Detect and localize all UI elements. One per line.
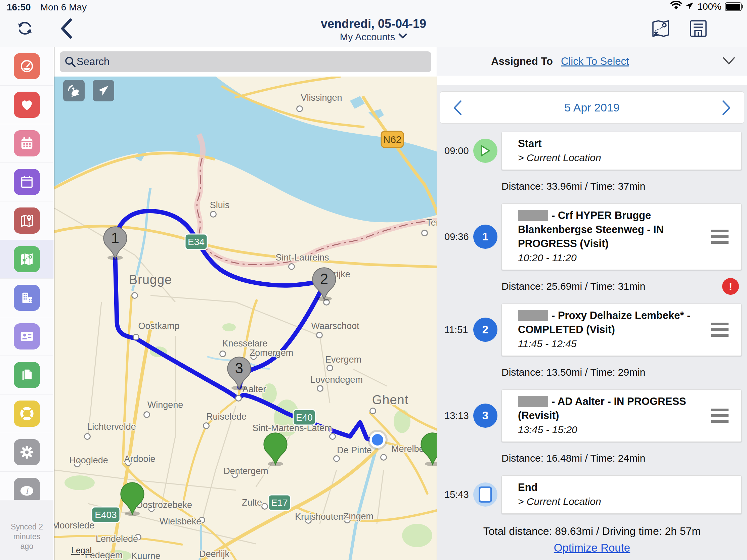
leg-distance-label: Distance: 16.48mi / Time: 24min xyxy=(501,453,646,464)
assigned-to-bar: Assigned To Click To Select xyxy=(437,47,747,76)
map-label: Kuurne xyxy=(131,551,160,560)
clock: 16:50 xyxy=(7,2,31,12)
collapse-chevron-icon[interactable] xyxy=(722,56,736,67)
timeline-stop-row: 15:43 End > Current Location xyxy=(437,475,747,514)
start-play-icon[interactable] xyxy=(473,139,497,163)
sidebar-item-routes[interactable] xyxy=(0,240,54,279)
map-label: De Pinte xyxy=(337,445,372,455)
sidebar-item-settings[interactable] xyxy=(0,433,54,472)
town-marker xyxy=(317,386,323,392)
search-icon xyxy=(65,56,76,68)
previous-day-button[interactable] xyxy=(450,99,465,117)
town-marker xyxy=(327,365,333,371)
map-overview-button[interactable] xyxy=(651,20,670,39)
sidebar-item-favorites[interactable] xyxy=(0,86,54,124)
map-label: Ter xyxy=(426,218,437,228)
stop-number-bullet[interactable]: 3 xyxy=(473,404,497,428)
town-marker xyxy=(236,396,241,401)
sync-status: Synced 2 minutes ago xyxy=(0,500,54,560)
drag-handle-icon[interactable] xyxy=(711,405,728,426)
gauge-icon xyxy=(14,53,40,79)
sidebar-item-contacts[interactable] xyxy=(0,317,54,356)
sidebar-item-calendar[interactable] xyxy=(0,124,54,163)
town-marker xyxy=(370,408,376,414)
map-label: Sluis xyxy=(210,200,230,210)
battery-percent: 100% xyxy=(697,1,721,12)
town-marker xyxy=(330,434,336,439)
leg-info-row: Distance: 16.48mi / Time: 24min xyxy=(437,449,747,467)
map-label: Aalter xyxy=(242,384,266,394)
sidebar-item-documents[interactable] xyxy=(0,356,54,395)
next-day-button[interactable] xyxy=(719,99,734,117)
battery-icon xyxy=(725,2,742,11)
map-label: Dentergem xyxy=(223,466,268,476)
map-label: Waarschoot xyxy=(311,321,359,331)
search-input[interactable] xyxy=(76,55,407,68)
drag-handle-icon[interactable] xyxy=(711,226,728,247)
map-label: Zingem xyxy=(343,511,374,522)
sidebar-item-day-planner[interactable] xyxy=(0,163,54,202)
map-label: Vlissingen xyxy=(301,93,342,103)
town-marker xyxy=(262,504,268,509)
panel-divider xyxy=(437,76,747,85)
map-canvas[interactable]: VlissingenTerSluisSint-LaureinsrijkeBrug… xyxy=(54,47,437,560)
town-marker xyxy=(422,230,428,236)
road-shield-E40: E40 xyxy=(293,409,315,425)
svg-text:1: 1 xyxy=(111,230,119,246)
sidebar: iSynced 2 minutes ago xyxy=(0,47,54,560)
header: vendredi, 05-04-19 My Accounts xyxy=(0,14,747,47)
map-label: Kruishoutem xyxy=(295,512,346,522)
sidebar-item-accounts[interactable] xyxy=(0,279,54,317)
optimize-route-link[interactable]: Optimize Route xyxy=(437,541,747,554)
end-checkbox-icon[interactable] xyxy=(473,482,497,507)
timeline-stop-row: 13:13 3 - AD Aalter - IN PROGRESS (Revis… xyxy=(437,390,747,442)
map-label: Moorslede xyxy=(54,521,94,530)
assigned-to-label: Assigned To xyxy=(491,55,553,68)
gps-tracking-button[interactable] xyxy=(63,80,85,101)
timeline: 09:00 Start > Current Location Distance:… xyxy=(437,132,747,514)
road-shield-E17: E17 xyxy=(268,495,290,510)
town-marker xyxy=(204,423,209,429)
svg-text:E17: E17 xyxy=(271,498,288,508)
town-marker xyxy=(85,434,91,439)
stop-card[interactable]: End > Current Location xyxy=(501,475,742,514)
timeline-stop-row: 09:00 Start > Current Location xyxy=(437,132,747,170)
center-location-button[interactable] xyxy=(93,80,114,101)
accounts-dropdown[interactable]: My Accounts xyxy=(0,31,747,43)
legal-link[interactable]: Legal xyxy=(71,545,92,555)
redacted-account-id xyxy=(518,210,548,221)
stop-card[interactable]: Start > Current Location xyxy=(501,132,742,170)
town-marker xyxy=(132,293,138,298)
stop-card[interactable]: - Proxy Delhaize Lembeke* - COMPLETED (V… xyxy=(501,303,742,356)
assigned-to-select-link[interactable]: Click To Select xyxy=(561,55,629,68)
route-planner-app: 16:50Mon 6 May 100% vendredi, 05-04-19 M… xyxy=(0,0,747,560)
map-label: Zomergem xyxy=(250,348,293,358)
page-title: vendredi, 05-04-19 xyxy=(0,17,747,31)
svg-text:N62: N62 xyxy=(383,134,402,145)
map-label: rijke xyxy=(334,269,350,279)
save-button[interactable] xyxy=(689,20,707,38)
warning-icon[interactable]: ! xyxy=(722,278,739,295)
map-label: Deerlijk xyxy=(199,549,230,559)
sidebar-item-support[interactable] xyxy=(0,395,54,433)
search-bar[interactable] xyxy=(60,51,431,72)
stop-card[interactable]: - AD Aalter - IN PROGRESS (Revisit) 13:4… xyxy=(501,390,742,442)
map-pin-icon xyxy=(14,208,40,234)
current-location-dot xyxy=(372,434,383,446)
stop-number-bullet[interactable]: 2 xyxy=(473,318,497,342)
map-label: Sint-Laureins xyxy=(276,252,329,263)
sidebar-item-dashboard[interactable] xyxy=(0,47,54,86)
heart-icon xyxy=(14,92,40,118)
timeline-stop-row: 11:51 2 - Proxy Delhaize Lembeke* - COMP… xyxy=(437,303,747,356)
svg-text:E40: E40 xyxy=(296,412,313,423)
stop-number-bullet[interactable]: 1 xyxy=(473,224,497,249)
drag-handle-icon[interactable] xyxy=(711,320,728,340)
map-label: Ardooie xyxy=(124,454,155,464)
stop-time: 13:13 xyxy=(437,410,469,421)
leg-distance-label: Distance: 33.96mi / Time: 37min xyxy=(501,181,646,192)
sidebar-item-map[interactable] xyxy=(0,202,54,240)
town-marker xyxy=(334,456,340,462)
leg-distance-label: Distance: 13.50mi / Time: 29min xyxy=(501,367,646,378)
stop-card[interactable]: - Crf HYPER Brugge Blankenbergse Steenwe… xyxy=(501,204,742,270)
map-label: Hooglede xyxy=(69,455,108,465)
